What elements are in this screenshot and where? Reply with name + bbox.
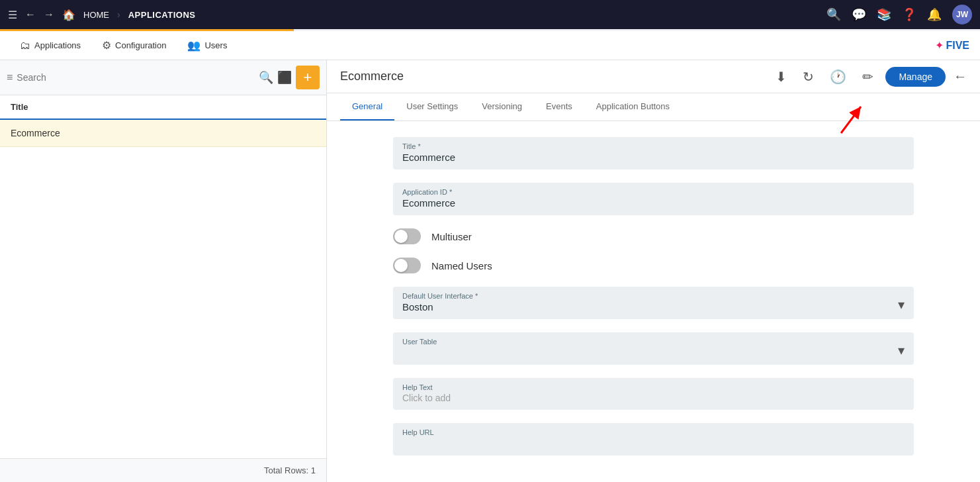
list-item[interactable]: Ecommerce (0, 120, 326, 147)
search-submit-icon[interactable]: 🔍 (259, 70, 273, 85)
five-logo-star: ✦ (935, 39, 944, 52)
five-logo: ✦ FIVE (935, 39, 969, 52)
forward-nav-icon[interactable]: → (44, 9, 54, 21)
form-content: Title * Ecommerce Application ID * Ecomm… (327, 121, 980, 482)
named-users-toggle[interactable] (393, 258, 421, 273)
chat-nav-icon[interactable]: 💬 (852, 7, 866, 22)
user-table-dropdown-icon: ▾ (898, 342, 905, 358)
named-users-knob (394, 259, 408, 272)
title-field-value: Ecommerce (402, 152, 905, 163)
help-url-field-inner[interactable]: Help URL (393, 423, 914, 456)
users-nav-label: Users (204, 40, 227, 50)
multiuser-knob (394, 230, 408, 243)
right-panel: Ecommerce ⬇ ↻ 🕐 ✏ Manage ← General User … (327, 60, 980, 482)
app-id-value: Ecommerce (402, 197, 905, 209)
manage-button[interactable]: Manage (885, 67, 946, 87)
user-table-label: User Table (402, 338, 437, 346)
tab-events[interactable]: Events (534, 93, 584, 120)
breadcrumb-applications: APPLICATIONS (128, 10, 196, 20)
configuration-nav-label: Configuration (115, 40, 166, 50)
books-nav-icon[interactable]: 📚 (877, 7, 891, 22)
add-button[interactable]: + (296, 66, 320, 89)
deploy-icon[interactable]: ↻ (799, 66, 818, 87)
default-ui-dropdown-icon: ▾ (898, 297, 905, 313)
left-panel: ≡ 🔍 ⬛ + Title Ecommerce Total Rows: 1 (0, 60, 327, 482)
help-text-field: Help Text Click to add (393, 378, 914, 410)
footer-total-rows: Total Rows: 1 (0, 458, 326, 482)
title-field: Title * Ecommerce (393, 137, 914, 169)
download-icon[interactable]: ⬇ (772, 66, 791, 87)
tab-application-buttons[interactable]: Application Buttons (584, 93, 682, 120)
multiuser-toggle[interactable] (393, 228, 421, 244)
home-nav-item[interactable]: HOME (83, 10, 109, 20)
title-field-label: Title * (402, 142, 905, 150)
default-ui-field: Default User Interface * Boston ▾ (393, 287, 914, 319)
search-bar: ≡ 🔍 ⬛ + (0, 60, 326, 95)
main-layout: ≡ 🔍 ⬛ + Title Ecommerce Total Rows: 1 Ec… (0, 60, 980, 482)
applications-nav-icon: 🗂 (20, 40, 30, 52)
default-ui-field-inner[interactable]: Default User Interface * Boston ▾ (393, 287, 914, 319)
default-ui-label: Default User Interface * (402, 292, 478, 300)
applications-nav-label: Applications (34, 40, 81, 50)
named-users-label: Named Users (431, 260, 492, 271)
app-id-field-inner[interactable]: Application ID * Ecommerce (393, 183, 914, 215)
sidebar-item-configuration[interactable]: ⚙ Configuration (93, 34, 175, 57)
multiuser-label: Multiuser (431, 231, 472, 242)
search-nav-icon[interactable]: 🔍 (826, 7, 841, 22)
help-nav-icon[interactable]: ❓ (902, 7, 916, 22)
sidebar-item-users[interactable]: 👥 Users (178, 34, 236, 57)
help-url-label: Help URL (402, 428, 905, 436)
back-nav-icon[interactable]: ← (25, 9, 36, 21)
user-table-value (402, 347, 437, 358)
top-navbar: ☰ ← → 🏠 HOME › APPLICATIONS 🔍 💬 📚 ❓ 🔔 JW (0, 0, 980, 29)
user-table-field: User Table ▾ (393, 332, 914, 365)
app-id-field: Application ID * Ecommerce (393, 183, 914, 215)
tab-general[interactable]: General (340, 93, 394, 120)
five-logo-text: FIVE (946, 40, 969, 52)
help-url-value (402, 438, 905, 449)
filter-icon[interactable]: ≡ (7, 72, 13, 83)
tab-versioning[interactable]: Versioning (470, 93, 534, 120)
multiuser-row: Multiuser (393, 228, 914, 244)
title-field-inner[interactable]: Title * Ecommerce (393, 137, 914, 169)
menu-icon[interactable]: ☰ (8, 9, 17, 21)
home-label: HOME (83, 10, 109, 20)
user-table-field-inner[interactable]: User Table ▾ (393, 332, 914, 365)
sidebar-item-applications[interactable]: 🗂 Applications (11, 34, 90, 57)
breadcrumb-separator: › (117, 9, 120, 20)
top-nav-right-actions: 🔍 💬 📚 ❓ 🔔 JW (826, 5, 972, 24)
configuration-nav-icon: ⚙ (102, 39, 111, 52)
search-input[interactable] (17, 72, 255, 83)
back-button[interactable]: ← (954, 69, 967, 84)
sub-navbar: 🗂 Applications ⚙ Configuration 👥 Users ✦… (0, 31, 980, 60)
list-column-title: Title (0, 95, 326, 120)
users-nav-icon: 👥 (187, 39, 200, 52)
right-header: Ecommerce ⬇ ↻ 🕐 ✏ Manage ← (327, 60, 980, 93)
bell-nav-icon[interactable]: 🔔 (927, 7, 942, 22)
user-avatar[interactable]: JW (952, 5, 972, 24)
tab-user-settings[interactable]: User Settings (394, 93, 470, 120)
export-icon[interactable]: ⬛ (277, 70, 292, 85)
tabs-bar: General User Settings Versioning Events … (327, 93, 980, 121)
default-ui-value: Boston (402, 301, 478, 313)
record-title: Ecommerce (340, 70, 764, 83)
edit-icon[interactable]: ✏ (858, 66, 877, 87)
history-icon[interactable]: 🕐 (826, 66, 850, 87)
named-users-row: Named Users (393, 258, 914, 273)
help-text-placeholder: Click to add (402, 393, 905, 403)
app-id-label: Application ID * (402, 188, 905, 196)
help-url-field: Help URL (393, 423, 914, 456)
right-wrapper: Ecommerce ⬇ ↻ 🕐 ✏ Manage ← General User … (327, 60, 980, 482)
help-text-label: Help Text (402, 383, 905, 391)
help-text-field-inner[interactable]: Help Text Click to add (393, 378, 914, 410)
